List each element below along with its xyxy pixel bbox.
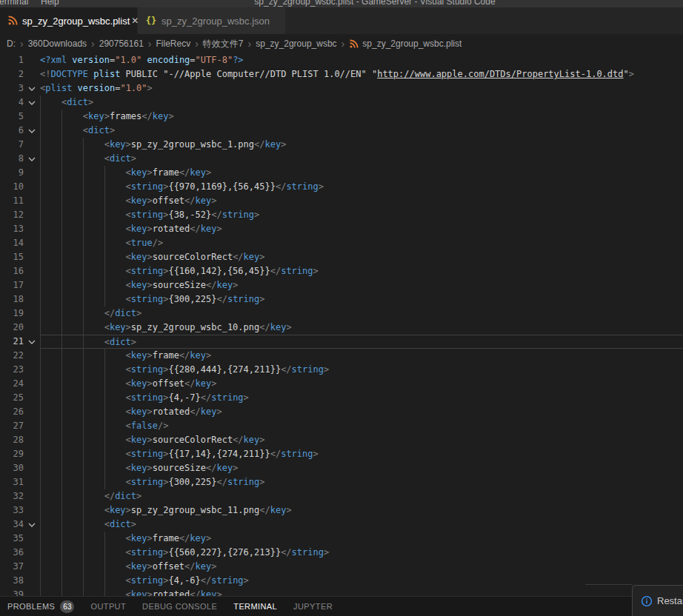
code-line[interactable]: 5<key>frames</key> (0, 110, 683, 124)
problems-count-badge: 63 (60, 600, 74, 613)
code-line[interactable]: 11<key>offset</key> (0, 194, 683, 208)
tab-plist[interactable]: sp_zy_2group_wsbc.plist ✕ (0, 7, 138, 34)
code-line[interactable]: 35<key>frame</key> (0, 532, 683, 546)
code-line[interactable]: 2<!DOCTYPE plist PUBLIC "-//Apple Comput… (0, 67, 683, 81)
line-number: 33 (0, 503, 24, 518)
code-line[interactable]: 1<?xml version="1.0" encoding="UTF-8"?> (0, 53, 683, 67)
code-line[interactable]: 39<key>rotated</key> (0, 588, 683, 596)
code-line[interactable]: 13<key>rotated</key> (0, 222, 683, 236)
breadcrumb-item[interactable]: 特效文件7 (203, 38, 244, 50)
line-number: 27 (0, 419, 24, 433)
code-line[interactable]: 10<string>{{970,1169},{56,45}}</string> (0, 180, 683, 194)
code-line[interactable]: 34<dict> (0, 518, 683, 532)
code-text: <string>{{280,444},{274,211}}</string> (40, 363, 683, 377)
line-number: 4 (0, 96, 24, 110)
code-text: <key>frame</key> (40, 166, 683, 180)
breadcrumb-item-file[interactable]: sp_zy_2group_wsbc.plist (349, 38, 462, 49)
notification-toast[interactable]: Restart (632, 585, 683, 616)
code-line[interactable]: 38<string>{4,-6}</string> (0, 574, 683, 588)
tab-bar: sp_zy_2group_wsbc.plist ✕ {} sp_zy_2grou… (0, 7, 683, 34)
fold-chevron-icon[interactable] (24, 124, 40, 138)
chevron-right-icon: › (20, 39, 24, 48)
code-line[interactable]: 16<string>{{160,142},{56,45}}</string> (0, 264, 683, 278)
code-editor[interactable]: 1<?xml version="1.0" encoding="UTF-8"?>2… (0, 53, 683, 596)
code-line[interactable]: 29<string>{{17,14},{274,211}}</string> (0, 447, 683, 461)
breadcrumb-item[interactable]: sp_zy_2group_wsbc (256, 38, 336, 49)
code-line[interactable]: 14<true/> (0, 236, 683, 250)
breadcrumb-item-drive[interactable]: D: (7, 38, 16, 49)
code-text: <string>{300,225}</string> (40, 292, 683, 307)
fold-spacer (24, 363, 40, 377)
code-text: <key>rotated</key> (40, 222, 683, 236)
fold-chevron-icon[interactable] (24, 335, 40, 349)
code-line[interactable]: 15<key>sourceColorRect</key> (0, 250, 683, 264)
line-number: 9 (0, 166, 24, 180)
code-text: <string>{{160,142},{56,45}}</string> (40, 264, 683, 278)
panel-tab-terminal[interactable]: TERMINAL (233, 602, 277, 611)
fold-spacer (24, 377, 40, 391)
code-line[interactable]: 26<key>rotated</key> (0, 405, 683, 419)
code-text: <dict> (40, 518, 683, 532)
code-text: <key>sourceColorRect</key> (40, 250, 683, 264)
panel-tab-debug-console[interactable]: DEBUG CONSOLE (142, 602, 217, 611)
code-line[interactable]: 6<dict> (0, 124, 683, 138)
code-line[interactable]: 20<key>sp_zy_2group_wsbc_10.png</key> (0, 321, 683, 335)
code-line[interactable]: 33<key>sp_zy_2group_wsbc_11.png</key> (0, 503, 683, 518)
code-line[interactable]: 9<key>frame</key> (0, 166, 683, 180)
panel-tab-jupyter[interactable]: JUPYTER (293, 602, 333, 611)
fold-spacer (24, 419, 40, 433)
code-line[interactable]: 18<string>{300,225}</string> (0, 292, 683, 307)
line-number: 37 (0, 560, 24, 574)
breadcrumb-item[interactable]: 290756161 (99, 38, 144, 49)
line-number: 17 (0, 278, 24, 292)
code-text: <key>rotated</key> (40, 588, 683, 596)
panel-tab-output[interactable]: OUTPUT (90, 602, 126, 611)
code-line[interactable]: 7<key>sp_zy_2group_wsbc_1.png</key> (0, 138, 683, 152)
menu-terminal[interactable]: Terminal (0, 0, 28, 7)
code-line[interactable]: 3<plist version="1.0"> (0, 81, 683, 96)
line-number: 20 (0, 321, 24, 335)
code-line[interactable]: 12<string>{38,-52}</string> (0, 208, 683, 222)
fold-chevron-icon[interactable] (24, 518, 40, 532)
code-line[interactable]: 25<string>{4,-7}</string> (0, 391, 683, 405)
fold-spacer (24, 264, 40, 278)
code-text: <?xml version="1.0" encoding="UTF-8"?> (40, 53, 683, 67)
line-number: 31 (0, 475, 24, 489)
code-line[interactable]: 31<string>{300,225}</string> (0, 475, 683, 489)
fold-spacer (24, 194, 40, 208)
code-line[interactable]: 19</dict> (0, 307, 683, 321)
code-line[interactable]: 17<key>sourceSize</key> (0, 278, 683, 292)
fold-chevron-icon[interactable] (24, 96, 40, 110)
line-number: 7 (0, 138, 24, 152)
breadcrumb-item[interactable]: FileRecv (156, 38, 190, 49)
code-line[interactable]: 37<key>offset</key> (0, 560, 683, 574)
code-text: <key>sourceSize</key> (40, 278, 683, 292)
code-text: <key>frame</key> (40, 532, 683, 546)
breadcrumb-item[interactable]: 360Downloads (28, 38, 87, 49)
code-line[interactable]: 30<key>sourceSize</key> (0, 461, 683, 475)
line-number: 30 (0, 461, 24, 475)
fold-spacer (24, 588, 40, 596)
window-title: sp_zy_2group_wsbc.plist - GameServer - V… (67, 0, 683, 7)
line-number: 1 (0, 53, 24, 67)
fold-chevron-icon[interactable] (24, 81, 40, 96)
code-line[interactable]: 28<key>sourceColorRect</key> (0, 433, 683, 447)
panel-tab-problems[interactable]: PROBLEMS 63 (7, 600, 74, 613)
menu-help[interactable]: Help (41, 0, 59, 7)
code-line[interactable]: 36<string>{{560,227},{276,213}}</string> (0, 546, 683, 560)
fold-chevron-icon[interactable] (24, 152, 40, 166)
code-line[interactable]: 27<false/> (0, 419, 683, 433)
tab-json[interactable]: {} sp_zy_2group_wsbc.json (138, 7, 286, 34)
code-line[interactable]: 22<key>frame</key> (0, 349, 683, 363)
code-line[interactable]: 32</dict> (0, 489, 683, 503)
code-line[interactable]: 23<string>{{280,444},{274,211}}</string> (0, 363, 683, 377)
fold-spacer (24, 503, 40, 518)
line-number: 8 (0, 152, 24, 166)
code-line[interactable]: 4<dict> (0, 96, 683, 110)
code-line[interactable]: 24<key>offset</key> (0, 377, 683, 391)
code-text: <true/> (40, 236, 683, 250)
code-line[interactable]: 21<dict> (0, 335, 683, 349)
tab-label: sp_zy_2group_wsbc.plist (22, 16, 130, 27)
code-text: <string>{300,225}</string> (40, 475, 683, 489)
code-line[interactable]: 8<dict> (0, 152, 683, 166)
